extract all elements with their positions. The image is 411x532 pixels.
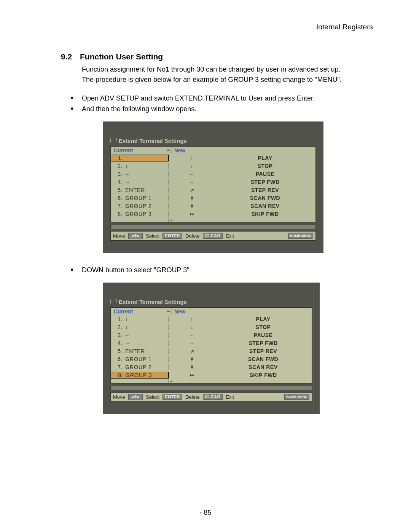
function-label: STEP REV [215, 348, 312, 354]
table-row[interactable]: 8.GROUP 3↦SKIP FWD [111, 371, 312, 379]
arrow-icon: → [190, 179, 194, 185]
function-label: SCAN FWD [215, 195, 315, 201]
table-row[interactable]: 7.GROUP 2↟SCAN REV [111, 202, 315, 210]
move-label: Move [113, 233, 125, 239]
column-current: Current ➠ [111, 308, 172, 315]
scrollbar [110, 225, 316, 229]
arrow-icon: ← [190, 332, 194, 338]
bullet-item: Open ADV SETUP and switch EXTEND TERMINA… [70, 93, 377, 104]
back-icon [110, 138, 117, 143]
function-label: SKIP FWD [215, 372, 312, 378]
arrow-icon: ↟ [190, 364, 194, 370]
select-label: Select [146, 233, 159, 239]
arrow-icon: ↑ [126, 155, 128, 161]
arrow-icon: ↑ [191, 155, 193, 161]
arrow-right-icon: ➠ [167, 309, 170, 314]
table-row[interactable]: 2.↓↓STOP [111, 162, 315, 170]
clear-key[interactable]: CLEAR [203, 394, 223, 400]
intro-text: Function assignment for No1 through 30 c… [82, 64, 377, 85]
arrow-icon: ← [125, 332, 130, 338]
column-new: New [172, 147, 315, 154]
enter-key[interactable]: ENTER [162, 233, 182, 239]
nav-key[interactable]: ◂✢▸ [128, 233, 143, 239]
page-header: Internal Registers [61, 23, 377, 31]
function-label: STEP FWD [215, 340, 312, 346]
arrow-down-icon: ➠ [170, 379, 173, 383]
table-row[interactable]: 6.GROUP 1↟SCAN FWD [111, 194, 315, 202]
function-label: PAUSE [215, 171, 315, 177]
arrow-icon: ↗ [190, 348, 194, 354]
bullet-list-1: Open ADV SETUP and switch EXTEND TERMINA… [70, 93, 377, 115]
home-menu-key[interactable]: HOME MENU [288, 233, 313, 239]
table-row[interactable]: 6.GROUP 1↟SCAN FWD [111, 355, 312, 363]
table-row[interactable]: 4.→→STEP FWD [111, 178, 315, 186]
function-label: SCAN REV [215, 364, 312, 370]
screenshot-1: Extend Terminal Settings Current ➠ New 1… [103, 121, 377, 253]
move-label: Move [113, 394, 125, 400]
function-label: STEP REV [215, 187, 315, 193]
section-number: 9.2 [61, 52, 80, 61]
arrow-icon: → [125, 179, 130, 185]
arrow-icon: ↓ [191, 324, 193, 330]
arrow-icon: → [125, 340, 130, 346]
button-bar: Move ◂✢▸ Select ENTER Delete CLEAR Exit … [110, 392, 312, 402]
table-row[interactable]: 7.GROUP 2↟SCAN REV [111, 363, 312, 371]
delete-label: Delete [185, 394, 200, 400]
function-label: STOP [215, 324, 312, 330]
table-row[interactable]: 3.←←PAUSE [111, 170, 315, 178]
select-label: Select [146, 394, 159, 400]
arrow-icon: ↑ [191, 316, 193, 322]
nav-key[interactable]: ◂✢▸ [128, 394, 143, 400]
arrow-icon: ↓ [191, 163, 193, 169]
panel-title: Extend Terminal Settings [110, 137, 316, 144]
exit-label: Exit [226, 233, 234, 239]
arrow-icon: ↟ [190, 203, 194, 209]
table-row[interactable]: 8.GROUP 3↦SKIP FWD [111, 210, 315, 218]
table-row[interactable]: 5.ENTER↗STEP REV [111, 186, 315, 194]
column-current: Current ➠ [111, 147, 172, 154]
function-label: STEP FWD [215, 179, 315, 185]
bullet-list-2: DOWN button to select "GROUP 3" [70, 265, 377, 276]
arrow-icon: ← [190, 171, 194, 177]
arrow-icon: ↑ [125, 316, 128, 322]
arrow-icon: ↓ [125, 324, 128, 330]
arrow-icon: ↓ [125, 163, 128, 169]
function-label: PAUSE [215, 332, 312, 338]
table-row[interactable]: 1.↑↑PLAY [111, 154, 315, 162]
arrow-icon: ↦ [190, 211, 194, 217]
table-row[interactable]: 3.←←PAUSE [111, 331, 312, 339]
table-row[interactable]: 1.↑↑PLAY [111, 315, 312, 323]
button-bar: Move ◂✢▸ Select ENTER Delete CLEAR Exit … [110, 231, 316, 241]
enter-key[interactable]: ENTER [162, 394, 182, 400]
bullet-item: DOWN button to select "GROUP 3" [70, 265, 377, 276]
section-heading: Function User Setting [80, 52, 163, 61]
function-label: SCAN FWD [215, 356, 312, 362]
scrollbar [110, 386, 312, 390]
arrow-icon: ↟ [190, 356, 194, 362]
clear-key[interactable]: CLEAR [203, 233, 223, 239]
arrow-icon: ↗ [190, 187, 194, 193]
back-icon [110, 299, 117, 304]
arrow-icon: ↦ [190, 372, 194, 378]
section-title: 9.2Function User Setting [61, 52, 377, 61]
arrow-right-icon: ➠ [167, 148, 170, 153]
arrow-icon: ← [125, 171, 130, 177]
table-row[interactable]: 2.↓↓STOP [111, 323, 312, 331]
function-label: PLAY [215, 155, 315, 161]
function-label: STOP [215, 163, 315, 169]
exit-label: Exit [226, 394, 234, 400]
screenshot-2: Extend Terminal Settings Current ➠ New 1… [103, 283, 377, 414]
arrow-down-icon: ➠ [170, 218, 173, 222]
home-menu-key[interactable]: HOME MENU [284, 394, 309, 400]
table-row[interactable]: 5.ENTER↗STEP REV [111, 347, 312, 355]
page-number: - 85 [0, 509, 411, 517]
delete-label: Delete [185, 233, 200, 239]
function-label: SCAN REV [215, 203, 315, 209]
function-label: PLAY [215, 316, 312, 322]
arrow-icon: ↟ [190, 195, 194, 201]
panel-title: Extend Terminal Settings [110, 299, 312, 305]
column-new: New [172, 308, 312, 315]
function-label: SKIP FWD [215, 211, 315, 217]
table-row[interactable]: 4.→→STEP FWD [111, 339, 312, 347]
arrow-icon: → [190, 340, 194, 346]
